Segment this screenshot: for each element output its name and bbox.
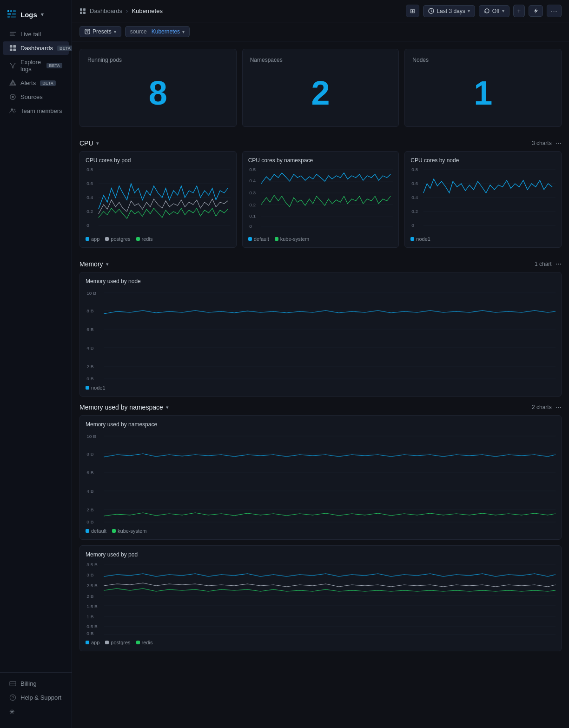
svg-text:0.1: 0.1 xyxy=(249,213,256,218)
source-label: source xyxy=(130,28,147,35)
sidebar-item-sources[interactable]: Sources xyxy=(3,90,69,104)
presets-icon xyxy=(85,29,90,34)
chart-cpu-ns-svg: 0.5 0.4 0.3 0.2 0.1 0 xyxy=(248,167,393,232)
source-value: Kubernetes xyxy=(152,28,180,35)
sidebar-item-dashboards[interactable]: Dashboards BETA xyxy=(3,41,69,55)
memory-chart-count: 1 chart xyxy=(535,261,552,267)
stat-running-pods-value: 8 xyxy=(87,67,229,119)
svg-rect-3 xyxy=(7,13,11,15)
presets-button[interactable]: Presets ▾ xyxy=(79,26,121,37)
legend-postgres: postgres xyxy=(105,236,130,242)
chart-memory-node-legend: node1 xyxy=(86,385,556,390)
cpu-more-icon[interactable]: ··· xyxy=(556,139,562,147)
chart-cpu-pod-svg: .yaxis-text { font-size: 9px; fill: #6b7… xyxy=(86,167,231,232)
svg-rect-7 xyxy=(10,45,13,48)
svg-point-12 xyxy=(12,96,14,98)
chart-memory-pod-legend: app postgres redis xyxy=(86,640,556,645)
view-toggle-button[interactable]: ⊞ xyxy=(406,5,419,17)
legend-kube-system-ns-mem: kube-system xyxy=(112,528,146,534)
svg-text:3 B: 3 B xyxy=(86,573,93,577)
svg-text:10 B: 10 B xyxy=(86,291,96,296)
legend-kube-system-ns: kube-system xyxy=(275,236,309,242)
source-filter[interactable]: source Kubernetes ▾ xyxy=(125,26,190,37)
chart-memory-ns-svg: 10 B 8 B 6 B 4 B 2 B 0 B xyxy=(86,431,556,524)
cpu-section-title[interactable]: CPU ▾ xyxy=(79,139,99,147)
stat-nodes: Nodes 1 xyxy=(404,49,562,127)
sidebar: Logs ▾ Live tail Dashboards BETA xyxy=(0,0,72,728)
chart-memory-ns-title: Memory used by namespace xyxy=(86,421,556,428)
sidebar-item-team[interactable]: Team members xyxy=(3,104,69,118)
memory-section-title[interactable]: Memory ▾ xyxy=(79,260,109,268)
sidebar-label-live-tail: Live tail xyxy=(20,31,41,38)
chart-memory-ns-legend: default kube-system xyxy=(86,528,556,534)
time-range-button[interactable]: Last 3 days ▾ xyxy=(423,5,475,17)
sidebar-item-billing[interactable]: Billing xyxy=(3,677,69,690)
svg-text:2 B: 2 B xyxy=(86,364,93,369)
settings-snowflake[interactable]: ✳ xyxy=(3,705,69,719)
sidebar-item-help[interactable]: ? Help & Support xyxy=(3,691,69,704)
sidebar-label-help: Help & Support xyxy=(20,694,61,701)
time-range-chevron: ▾ xyxy=(468,8,470,13)
stream-icon xyxy=(9,31,16,38)
lightning-button[interactable] xyxy=(529,5,543,17)
add-button[interactable]: + xyxy=(513,5,525,17)
memory-ns-more-icon[interactable]: ··· xyxy=(556,403,562,411)
billing-icon xyxy=(9,680,16,687)
app-logo[interactable]: Logs ▾ xyxy=(0,6,72,27)
svg-rect-18 xyxy=(80,8,82,11)
legend-label-app: app xyxy=(91,236,99,242)
svg-text:1 B: 1 B xyxy=(86,615,93,619)
svg-text:0.3: 0.3 xyxy=(249,190,256,195)
memory-more-icon[interactable]: ··· xyxy=(556,260,562,268)
legend-dot-default-mem xyxy=(86,529,89,533)
svg-text:0 B: 0 B xyxy=(86,631,93,636)
svg-text:?: ? xyxy=(12,695,14,700)
legend-dot-app xyxy=(86,237,89,241)
chart-cpu-ns-legend: default kube-system xyxy=(248,236,393,242)
memory-ns-title-label: Memory used by namespace xyxy=(79,404,163,411)
refresh-chevron: ▾ xyxy=(502,8,504,13)
sidebar-item-alerts[interactable]: Alerts BETA xyxy=(3,76,69,90)
clock-icon xyxy=(428,8,434,14)
legend-node1-mem: node1 xyxy=(86,385,106,390)
svg-text:0.2: 0.2 xyxy=(412,209,418,213)
logo-icon xyxy=(7,9,17,20)
chart-cpu-node-title: CPU cores by node xyxy=(410,157,556,164)
chart-memory-node-title: Memory used by node xyxy=(86,278,556,285)
svg-text:0.2: 0.2 xyxy=(86,209,93,213)
svg-text:10 B: 10 B xyxy=(86,434,96,439)
chart-memory-pod-area: 3.5 B 3 B 2.5 B 2 B 1.5 B 1 B 0.5 B 0 B xyxy=(86,562,556,636)
svg-text:8 B: 8 B xyxy=(86,452,93,457)
explore-badge: BETA xyxy=(46,63,62,68)
memory-ns-section-title[interactable]: Memory used by namespace ▾ xyxy=(79,404,169,411)
legend-dot-redis-pod-mem xyxy=(136,641,140,644)
chart-cpu-node-svg: 0.8 0.6 0.4 0.2 0 xyxy=(410,167,556,232)
chart-cpu-by-node: CPU cores by node 0.8 0.6 0.4 0.2 0 xyxy=(404,151,562,248)
memory-title-label: Memory xyxy=(79,260,103,268)
legend-dot-postgres xyxy=(105,237,109,241)
dashboard-icon xyxy=(9,45,16,52)
sidebar-item-explore-logs[interactable]: Explore logs BETA xyxy=(3,55,69,76)
chart-memory-pod-svg: 3.5 B 3 B 2.5 B 2 B 1.5 B 1 B 0.5 B 0 B xyxy=(86,562,556,636)
legend-app-pod-mem: app xyxy=(86,640,99,645)
legend-dot-default xyxy=(248,237,252,241)
legend-label-postgres-pod-mem: postgres xyxy=(111,640,130,645)
svg-text:2.5 B: 2.5 B xyxy=(86,583,98,588)
chart-memory-ns-area: 10 B 8 B 6 B 4 B 2 B 0 B xyxy=(86,431,556,524)
legend-dot-postgres-pod-mem xyxy=(105,641,109,644)
svg-text:0.2: 0.2 xyxy=(249,202,256,207)
legend-redis-pod-mem: redis xyxy=(136,640,153,645)
chart-cpu-pod-area: .yaxis-text { font-size: 9px; fill: #6b7… xyxy=(86,167,231,232)
chart-memory-node-svg: 10 B 8 B 6 B 4 B 2 B 0 B xyxy=(86,288,556,381)
legend-postgres-pod-mem: postgres xyxy=(105,640,130,645)
sidebar-item-live-tail[interactable]: Live tail xyxy=(3,27,69,41)
app-chevron: ▾ xyxy=(41,12,44,18)
svg-rect-5 xyxy=(7,16,10,18)
refresh-button[interactable]: Off ▾ xyxy=(479,5,509,17)
svg-text:6 B: 6 B xyxy=(86,470,93,475)
more-button[interactable]: ··· xyxy=(547,5,562,17)
svg-rect-21 xyxy=(83,12,86,14)
memory-chevron: ▾ xyxy=(106,261,109,267)
breadcrumb-dashboards[interactable]: Dashboards xyxy=(90,7,122,14)
chart-cpu-ns-title: CPU cores by namespace xyxy=(248,157,393,164)
